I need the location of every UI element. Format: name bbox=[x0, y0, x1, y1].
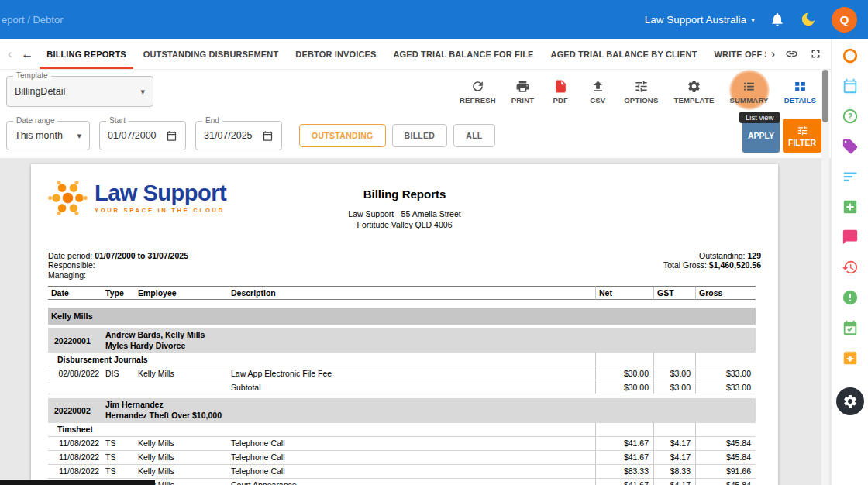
cell-description: Telephone Call bbox=[228, 451, 595, 465]
use bbox=[786, 51, 797, 57]
col-employee: Employee bbox=[135, 286, 228, 300]
vertical-scrollbar[interactable] bbox=[822, 70, 829, 485]
matter-number: 20220001 bbox=[48, 325, 102, 353]
add-box-button[interactable] bbox=[837, 195, 863, 218]
logo-tagline: YOUR SPACE IN THE CLOUD bbox=[95, 207, 226, 214]
date-period-value: 01/07/2000 to 31/07/2025 bbox=[95, 251, 188, 260]
list-view-tooltip: List view bbox=[739, 112, 780, 123]
refresh-button[interactable]: REFRESH bbox=[454, 77, 501, 107]
tag-button[interactable] bbox=[837, 135, 863, 158]
tab-write-off-summ[interactable]: WRITE OFF SUMM bbox=[706, 39, 766, 69]
matter-parties: Jim Hernandez bbox=[105, 400, 753, 411]
tab-bar: ‹ ← BILLING REPORTSOUTSTANDING DISBURSEM… bbox=[0, 39, 831, 70]
user-avatar[interactable]: Q bbox=[832, 7, 857, 33]
notifications-bell-icon[interactable] bbox=[770, 12, 785, 27]
progress-circle-button[interactable] bbox=[837, 44, 863, 67]
tab-outstanding-disbursement[interactable]: OUTSTANDING DISBURSEMENT bbox=[135, 39, 288, 69]
start-date-input[interactable]: Start 01/07/2000 bbox=[99, 121, 186, 150]
breadcrumb[interactable]: eport / Debtor bbox=[2, 14, 64, 26]
topbar-right: Law Support Australia ▾ Q bbox=[645, 7, 857, 33]
tab-aged-trial-balance-by-client[interactable]: AGED TRIAL BALANCE BY CLIENT bbox=[542, 39, 706, 69]
toolbar-action-label: PRINT bbox=[512, 96, 535, 105]
chevron-down-icon: ▾ bbox=[136, 87, 145, 97]
template-button[interactable]: TEMPLATE bbox=[668, 77, 719, 107]
event-check-button[interactable] bbox=[837, 316, 863, 339]
status-filter-billed[interactable]: BILLED bbox=[392, 124, 448, 147]
history-button[interactable] bbox=[837, 256, 863, 279]
apply-button[interactable]: APPLY bbox=[742, 119, 780, 153]
report-header: Law Support YOUR SPACE IN THE CLOUD Bill… bbox=[31, 174, 778, 242]
vertical-scrollbar-thumb[interactable] bbox=[822, 70, 828, 122]
circle bbox=[70, 184, 78, 192]
settings-gear-button[interactable] bbox=[836, 387, 864, 415]
event-check-icon bbox=[842, 319, 859, 336]
print-button[interactable]: PRINT bbox=[506, 77, 540, 107]
use bbox=[842, 291, 856, 304]
toolbar-action-label: SUMMARY bbox=[730, 96, 769, 105]
options-tune-icon bbox=[634, 79, 649, 94]
scroll-tabs-right-icon[interactable]: › bbox=[766, 48, 780, 60]
end-date-input[interactable]: End 31/07/2025 bbox=[195, 121, 282, 150]
cell-gross bbox=[695, 353, 756, 366]
calendar-icon bbox=[842, 77, 859, 95]
tab-billing-reports[interactable]: BILLING REPORTS bbox=[38, 39, 134, 69]
cell-employee: Kelly Mills bbox=[135, 437, 228, 451]
col-net: Net bbox=[595, 286, 653, 300]
status-filter-all[interactable]: ALL bbox=[453, 124, 494, 147]
fullscreen-icon[interactable] bbox=[809, 47, 822, 60]
cell-gst: $3.00 bbox=[653, 366, 695, 380]
matter-description: Andrew Bards, Kelly MillsMyles Hardy Div… bbox=[102, 325, 756, 353]
use bbox=[843, 201, 856, 214]
options-button[interactable]: OPTIONS bbox=[618, 77, 663, 107]
sort-lines-icon bbox=[842, 168, 859, 185]
cell-employee: Kelly Mills bbox=[135, 451, 228, 465]
status-filter-group: OUTSTANDINGBILLEDALL bbox=[299, 124, 495, 147]
org-selector[interactable]: Law Support Australia ▾ bbox=[645, 14, 755, 26]
cell-gross: $91.66 bbox=[695, 465, 756, 479]
filter-button[interactable]: FILTER bbox=[783, 119, 822, 153]
summary-button[interactable]: SUMMARY bbox=[725, 77, 774, 107]
filter-actions: List view APPLY FILTER bbox=[742, 119, 822, 153]
report-viewport[interactable]: Law Support YOUR SPACE IN THE CLOUD Bill… bbox=[0, 158, 831, 485]
alert-button[interactable] bbox=[837, 286, 863, 309]
cell-gross: $33.00 bbox=[695, 380, 756, 394]
status-filter-outstanding[interactable]: OUTSTANDING bbox=[299, 124, 386, 147]
logo-text: Law Support YOUR SPACE IN THE CLOUD bbox=[95, 182, 226, 214]
report-toolbar: Template BillingDetail ▾ REFRESHPRINTPDF… bbox=[0, 70, 831, 113]
help-button[interactable] bbox=[837, 105, 863, 128]
back-arrow-icon[interactable]: ← bbox=[16, 48, 38, 60]
horizontal-scrollbar-thumb[interactable] bbox=[0, 480, 155, 485]
sort-lines-button[interactable] bbox=[837, 165, 863, 188]
csv-button[interactable]: CSV bbox=[581, 77, 614, 107]
use bbox=[797, 126, 806, 134]
theme-toggle-moon-icon[interactable] bbox=[800, 11, 817, 28]
details-button[interactable]: DETAILS bbox=[779, 77, 822, 107]
field-label: End bbox=[202, 116, 222, 126]
archive-button[interactable] bbox=[837, 346, 863, 370]
pdf-button[interactable]: PDF bbox=[544, 77, 577, 107]
tab-aged-trial-balance-for-file[interactable]: AGED TRIAL BALANCE FOR FILE bbox=[384, 39, 542, 69]
use bbox=[594, 81, 602, 91]
report-row-group: Kelly Mills bbox=[48, 300, 756, 325]
scroll-tabs-left-icon[interactable]: ‹ bbox=[3, 48, 16, 60]
cell-description: Law App Electronic File Fee bbox=[228, 366, 595, 380]
matter-parties: Andrew Bards, Kelly Mills bbox=[105, 330, 753, 341]
use bbox=[556, 80, 566, 92]
link-icon[interactable] bbox=[785, 47, 798, 60]
settings-gear-icon bbox=[842, 394, 858, 409]
circle bbox=[75, 194, 84, 202]
chat-button[interactable] bbox=[837, 225, 863, 249]
report-table-body: Kelly Mills20220001Andrew Bards, Kelly M… bbox=[48, 300, 756, 485]
div: Total Gross: $1,460,520.56 bbox=[663, 260, 761, 270]
tab-debtor-invoices[interactable]: DEBTOR INVOICES bbox=[287, 39, 384, 69]
date-range-select[interactable]: Date range This month ▾ bbox=[6, 121, 90, 150]
span: Total Gross: bbox=[663, 260, 707, 270]
matter-name: Hernandez Theft Over $10,000 bbox=[105, 411, 753, 421]
cell-description: Telephone Call bbox=[228, 437, 595, 451]
template-select-value: BillingDetail bbox=[15, 86, 65, 97]
report-meta: Date period: 01/07/2000 to 31/07/2025 Re… bbox=[31, 242, 778, 286]
help-icon bbox=[842, 108, 859, 125]
calendar-button[interactable] bbox=[837, 74, 863, 98]
cell-type: DIS bbox=[102, 366, 135, 380]
template-select[interactable]: Template BillingDetail ▾ bbox=[6, 76, 153, 107]
